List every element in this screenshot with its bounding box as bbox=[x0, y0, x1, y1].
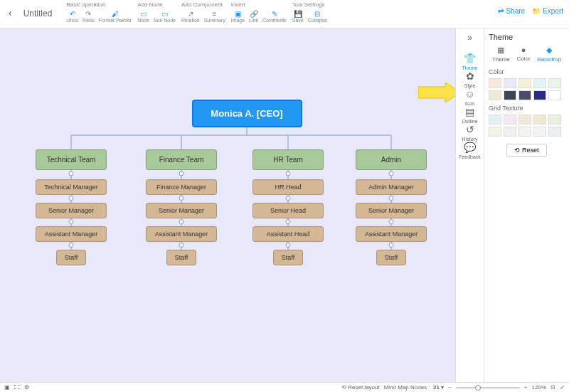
undo-button[interactable]: ↶Undo bbox=[66, 9, 78, 23]
chain-node[interactable]: Staff bbox=[56, 250, 86, 265]
undo-icon: ↶ bbox=[68, 9, 77, 18]
icon-icon: ☺ bbox=[464, 88, 474, 100]
grid-swatch[interactable] bbox=[504, 115, 516, 125]
color-swatch[interactable] bbox=[489, 90, 501, 100]
svg-point-35 bbox=[389, 220, 393, 224]
chain-node[interactable]: Staff bbox=[273, 250, 303, 265]
reset-button[interactable]: ⟲ Reset bbox=[506, 144, 546, 157]
chain-node[interactable]: Senior Manager bbox=[36, 203, 107, 218]
grid-swatch[interactable] bbox=[489, 127, 501, 137]
zoom-level: 120% bbox=[532, 384, 546, 391]
zoom-slider[interactable] bbox=[456, 387, 520, 388]
comments-button[interactable]: ✎Comments bbox=[262, 9, 287, 23]
sub-node-button[interactable]: ▭Sub Node bbox=[154, 9, 176, 23]
relation-button[interactable]: ↗Relation bbox=[181, 9, 200, 23]
team-node[interactable]: Finance Team bbox=[146, 149, 217, 170]
share-icon: ⇄ bbox=[498, 7, 504, 15]
color-swatch[interactable] bbox=[533, 78, 546, 88]
svg-point-4 bbox=[69, 171, 73, 176]
canvas[interactable]: Monica A. [CEO]Technical TeamTechnical M… bbox=[0, 28, 455, 382]
chain-node[interactable]: Staff bbox=[166, 250, 196, 265]
link-button[interactable]: 🔗Link bbox=[249, 9, 258, 23]
color-swatch[interactable] bbox=[504, 78, 516, 88]
side-feedback-button[interactable]: 💬Feedback bbox=[459, 142, 481, 159]
grid-swatch[interactable] bbox=[548, 115, 561, 125]
grid-swatch[interactable] bbox=[533, 127, 546, 137]
collapse-button[interactable]: ⊟Collapse bbox=[308, 9, 327, 23]
color-swatch[interactable] bbox=[519, 78, 531, 88]
svg-point-33 bbox=[389, 196, 393, 201]
side-outline-button[interactable]: ▤Outline bbox=[459, 106, 481, 124]
toolbar-group-label: Add Component bbox=[181, 1, 225, 8]
chain-node[interactable]: Senior Manager bbox=[356, 203, 427, 218]
grid-swatch[interactable] bbox=[489, 115, 501, 125]
presentation-icon[interactable]: ▣ bbox=[4, 384, 10, 391]
back-button[interactable]: ‹ bbox=[6, 1, 15, 24]
grid-swatch[interactable] bbox=[519, 127, 531, 137]
zoom-in-button[interactable]: + bbox=[524, 384, 528, 391]
chain-node[interactable]: HR Head bbox=[252, 179, 324, 195]
root-node[interactable]: Monica A. [CEO] bbox=[192, 100, 302, 127]
grid-section-label: Grid Texture bbox=[489, 105, 565, 112]
collapse-panel-button[interactable]: » bbox=[467, 33, 472, 43]
chain-node[interactable]: Staff bbox=[376, 250, 406, 265]
color-swatch[interactable] bbox=[504, 90, 516, 100]
side-theme-button[interactable]: 👕Theme bbox=[459, 53, 481, 70]
chain-node[interactable]: Senior Head bbox=[252, 203, 324, 218]
chain-node[interactable]: Senior Manager bbox=[146, 203, 217, 218]
color-swatch[interactable] bbox=[533, 90, 546, 100]
grid-swatch[interactable] bbox=[504, 127, 516, 137]
chain-node[interactable]: Assistant Head bbox=[252, 226, 324, 242]
fit-icon[interactable]: ⊡ bbox=[551, 384, 555, 391]
grid-swatch[interactable] bbox=[519, 115, 531, 125]
save-button[interactable]: 💾Save bbox=[292, 9, 304, 23]
export-button[interactable]: 📁Export bbox=[532, 7, 563, 15]
grid-swatch[interactable] bbox=[533, 115, 546, 125]
chain-node[interactable]: Technical Manager bbox=[36, 179, 107, 195]
chain-node[interactable]: Assistant Manager bbox=[356, 226, 427, 242]
team-node[interactable]: Technical Team bbox=[36, 149, 107, 170]
image-button[interactable]: ▣Image bbox=[231, 9, 245, 23]
team-node[interactable]: HR Team bbox=[252, 149, 324, 170]
redo-button[interactable]: ↷Redo bbox=[83, 9, 95, 23]
settings-icon[interactable]: ⚙ bbox=[24, 384, 29, 391]
status-bar: ▣ ⛶ ⚙ ⟲ Reset layout Mind Map Nodes : 21… bbox=[0, 382, 569, 392]
format-painter-button[interactable]: 🖌Format Painter bbox=[99, 9, 132, 23]
grid-swatch[interactable] bbox=[548, 127, 561, 137]
chain-node[interactable]: Assistant Manager bbox=[36, 226, 107, 242]
tab-color[interactable]: ●Color bbox=[516, 46, 530, 63]
chain-node[interactable]: Assistant Manager bbox=[146, 226, 217, 242]
svg-point-37 bbox=[389, 243, 393, 248]
theme-icon: 👕 bbox=[464, 53, 476, 64]
reset-layout-button[interactable]: ⟲ Reset layout bbox=[341, 384, 380, 391]
color-swatch[interactable] bbox=[548, 90, 561, 100]
color-swatch[interactable] bbox=[489, 78, 501, 88]
comments-icon: ✎ bbox=[270, 9, 279, 18]
svg-marker-38 bbox=[418, 83, 455, 102]
link-icon: 🔗 bbox=[250, 9, 258, 18]
share-button[interactable]: ⇄Share bbox=[498, 7, 525, 15]
document-title[interactable]: Untitled bbox=[15, 1, 61, 26]
side-style-button[interactable]: ✿Style bbox=[459, 70, 481, 88]
save-icon: 💾 bbox=[294, 9, 302, 18]
node-button[interactable]: ▭Node bbox=[137, 9, 149, 23]
chain-node[interactable]: Admin Manager bbox=[356, 179, 427, 195]
side-icon-button[interactable]: ☺Icon bbox=[459, 88, 481, 106]
team-node[interactable]: Admin bbox=[356, 149, 427, 170]
style-icon: ✿ bbox=[466, 70, 474, 82]
panel-header: Theme bbox=[489, 33, 565, 41]
fullscreen-icon[interactable]: ⛶ bbox=[14, 384, 20, 391]
expand-icon[interactable]: ⤢ bbox=[560, 384, 565, 391]
toolbar-group-label: Basic operation bbox=[66, 1, 132, 8]
tab-theme[interactable]: ▦Theme bbox=[492, 46, 510, 63]
zoom-out-button[interactable]: − bbox=[448, 384, 452, 391]
chain-node[interactable]: Finance Manager bbox=[146, 179, 217, 195]
svg-point-31 bbox=[389, 171, 393, 176]
svg-point-24 bbox=[286, 196, 290, 201]
svg-point-26 bbox=[286, 220, 290, 224]
color-swatch[interactable] bbox=[519, 90, 531, 100]
side-history-button[interactable]: ↺History bbox=[459, 124, 481, 142]
color-swatch[interactable] bbox=[548, 78, 561, 88]
summary-button[interactable]: ≡Summary bbox=[204, 9, 225, 23]
tab-backdrop[interactable]: ◆Backdrop bbox=[537, 46, 561, 63]
